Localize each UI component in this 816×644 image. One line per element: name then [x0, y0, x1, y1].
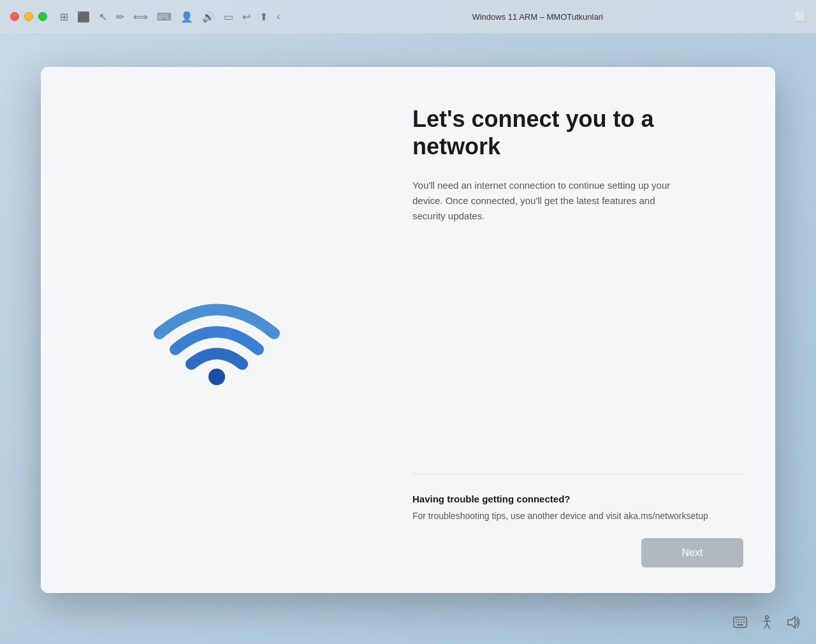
page-title: Let's connect you to a network: [412, 105, 743, 160]
accessibility-bottom-icon[interactable]: [760, 615, 774, 629]
svg-rect-5: [743, 619, 745, 620]
svg-rect-10: [737, 624, 743, 626]
keyboard-bottom-icon[interactable]: [733, 615, 747, 629]
svg-rect-3: [738, 619, 740, 620]
back-icon[interactable]: ↩: [242, 11, 251, 23]
code-icon[interactable]: ⟺: [133, 11, 148, 23]
minimize-button[interactable]: [24, 12, 33, 21]
person-icon[interactable]: 👤: [180, 11, 193, 23]
traffic-lights: [10, 12, 47, 21]
display-icon[interactable]: ▭: [224, 11, 233, 23]
svg-rect-6: [736, 622, 737, 623]
svg-rect-8: [741, 622, 742, 623]
screenshot-icon[interactable]: ⬛: [77, 11, 90, 23]
chevron-left-icon[interactable]: ‹: [277, 11, 280, 22]
bottom-bar: [0, 601, 816, 644]
svg-point-11: [766, 616, 769, 619]
share-icon[interactable]: ⬆: [259, 11, 268, 23]
wifi-icon: [153, 267, 280, 394]
next-button-container: Next: [412, 538, 743, 567]
titlebar: ⊞ ⬛ ↖ ✏ ⟺ ⌨ 👤 🔊 ▭ ↩ ⬆ ‹ Windows 11 ARM –…: [0, 0, 816, 33]
sidebar-toggle-icon[interactable]: ⊞: [60, 11, 68, 23]
trouble-section: Having trouble getting connected? For tr…: [412, 474, 743, 523]
draw-icon[interactable]: ✏: [116, 11, 124, 23]
svg-rect-4: [741, 619, 742, 620]
trouble-description: For troubleshooting tips, use another de…: [412, 509, 743, 523]
svg-rect-7: [738, 622, 740, 623]
cursor-icon[interactable]: ↖: [99, 11, 107, 23]
window-controls-icon[interactable]: ⬜: [795, 11, 806, 22]
right-panel: Let's connect you to a network You'll ne…: [393, 67, 775, 593]
svg-line-14: [764, 624, 767, 629]
svg-rect-2: [736, 619, 737, 620]
close-button[interactable]: [10, 12, 19, 21]
wifi-illustration: [147, 260, 287, 400]
left-panel: [41, 67, 393, 593]
titlebar-tools: ⊞ ⬛ ↖ ✏ ⟺ ⌨ 👤 🔊 ▭ ↩ ⬆ ‹: [60, 11, 280, 23]
volume-bottom-icon[interactable]: [787, 615, 801, 629]
keyboard-icon[interactable]: ⌨: [157, 11, 171, 23]
svg-point-0: [208, 369, 225, 385]
audio-icon[interactable]: 🔊: [202, 11, 215, 23]
trouble-heading: Having trouble getting connected?: [412, 494, 743, 504]
titlebar-right-controls: ⬜: [795, 11, 806, 22]
svg-marker-16: [788, 617, 795, 628]
maximize-button[interactable]: [38, 12, 47, 21]
next-button[interactable]: Next: [641, 538, 743, 567]
page-description: You'll need an internet connection to co…: [412, 178, 687, 224]
window-title: Windows 11 ARM – MMOTutkunlari: [288, 12, 787, 22]
svg-line-15: [767, 624, 769, 629]
svg-rect-9: [743, 622, 745, 623]
main-window: Let's connect you to a network You'll ne…: [41, 67, 775, 593]
